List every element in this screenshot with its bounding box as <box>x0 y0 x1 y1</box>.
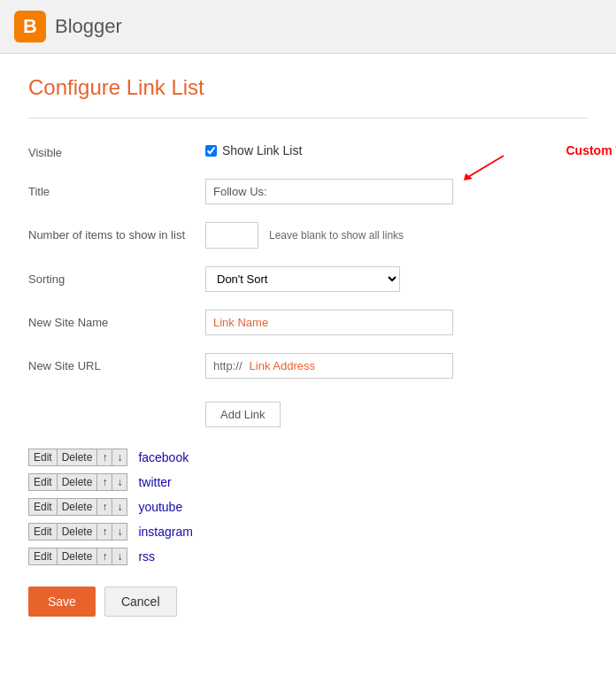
link-controls: EditDelete↑↓ <box>28 498 127 516</box>
link-name[interactable]: rss <box>138 549 155 564</box>
delete-button[interactable]: Delete <box>58 548 98 564</box>
move-up-button[interactable]: ↑ <box>97 548 112 564</box>
site-name-control <box>205 310 588 335</box>
main-content: Configure Link List Visible Show Link Li… <box>0 54 616 698</box>
cancel-button[interactable]: Cancel <box>104 587 177 617</box>
footer-buttons: Save Cancel <box>28 587 588 617</box>
edit-button[interactable]: Edit <box>29 474 58 490</box>
links-section: EditDelete↑↓facebookEditDelete↑↓twitterE… <box>28 449 588 565</box>
list-item: EditDelete↑↓twitter <box>28 473 588 491</box>
url-prefix: http:// <box>213 359 246 372</box>
move-down-button[interactable]: ↓ <box>112 474 127 490</box>
url-input-wrapper: http:// <box>205 353 453 379</box>
site-url-label: New Site URL <box>28 353 205 374</box>
edit-button[interactable]: Edit <box>29 449 58 465</box>
list-item: EditDelete↑↓rss <box>28 548 588 565</box>
visible-label: Visible <box>28 140 205 161</box>
delete-button[interactable]: Delete <box>58 524 98 540</box>
link-name[interactable]: facebook <box>138 450 189 464</box>
app-header: B Blogger <box>0 0 616 54</box>
sorting-select[interactable]: Don't SortAlphabeticallyBy Date Added <box>205 266 400 292</box>
move-up-button[interactable]: ↑ <box>97 449 112 465</box>
move-up-button[interactable]: ↑ <box>97 499 112 515</box>
title-row: Title Custom Title <box>28 179 588 204</box>
delete-button[interactable]: Delete <box>58 474 98 490</box>
add-link-button[interactable]: Add Link <box>205 402 281 427</box>
number-row-inner: Leave blank to show all links <box>205 222 588 249</box>
list-item: EditDelete↑↓instagram <box>28 523 588 541</box>
save-button[interactable]: Save <box>28 587 96 617</box>
site-name-input[interactable] <box>205 310 453 335</box>
link-controls: EditDelete↑↓ <box>28 548 127 565</box>
move-up-button[interactable]: ↑ <box>97 524 112 540</box>
app-name: Blogger <box>55 15 122 38</box>
visible-control: Show Link List <box>205 140 588 157</box>
blogger-logo: B <box>14 11 46 42</box>
link-name[interactable]: twitter <box>138 475 171 489</box>
show-link-list-checkbox-row: Show Link List <box>205 140 588 157</box>
title-label: Title <box>28 179 205 200</box>
show-link-list-label: Show Link List <box>222 143 302 157</box>
edit-button[interactable]: Edit <box>29 524 58 540</box>
show-link-list-checkbox[interactable] <box>205 145 217 157</box>
sorting-control: Don't SortAlphabeticallyBy Date Added <box>205 266 588 292</box>
site-name-row: New Site Name <box>28 310 588 335</box>
number-row: Number of items to show in list Leave bl… <box>28 222 588 249</box>
number-label: Number of items to show in list <box>28 222 205 243</box>
blank-hint: Leave blank to show all links <box>269 229 404 242</box>
list-item: EditDelete↑↓youtube <box>28 498 588 516</box>
site-url-control: http:// Add Link <box>205 353 588 427</box>
link-name[interactable]: instagram <box>138 525 192 539</box>
move-down-button[interactable]: ↓ <box>112 524 127 540</box>
custom-title-arrow <box>455 154 508 180</box>
move-down-button[interactable]: ↓ <box>112 449 127 465</box>
page-title: Configure Link List <box>28 75 588 100</box>
move-down-button[interactable]: ↓ <box>112 548 127 564</box>
svg-line-0 <box>468 156 504 177</box>
custom-title-annotation: Custom Title <box>566 143 616 157</box>
site-name-label: New Site Name <box>28 310 205 331</box>
move-up-button[interactable]: ↑ <box>97 474 112 490</box>
title-input[interactable] <box>205 179 453 204</box>
edit-button[interactable]: Edit <box>29 548 58 564</box>
sorting-label: Sorting <box>28 266 205 288</box>
number-input[interactable] <box>205 222 258 249</box>
sorting-row: Sorting Don't SortAlphabeticallyBy Date … <box>28 266 588 292</box>
site-url-row: New Site URL http:// Add Link <box>28 353 588 427</box>
edit-button[interactable]: Edit <box>29 499 58 515</box>
move-down-button[interactable]: ↓ <box>112 499 127 515</box>
link-name[interactable]: youtube <box>138 500 182 514</box>
delete-button[interactable]: Delete <box>58 449 98 465</box>
link-controls: EditDelete↑↓ <box>28 473 127 491</box>
title-control: Custom Title <box>205 179 588 204</box>
link-controls: EditDelete↑↓ <box>28 449 127 466</box>
list-item: EditDelete↑↓facebook <box>28 449 588 466</box>
divider <box>28 118 588 119</box>
number-control: Leave blank to show all links <box>205 222 588 249</box>
url-input[interactable] <box>246 354 452 378</box>
delete-button[interactable]: Delete <box>58 499 98 515</box>
link-controls: EditDelete↑↓ <box>28 523 127 541</box>
